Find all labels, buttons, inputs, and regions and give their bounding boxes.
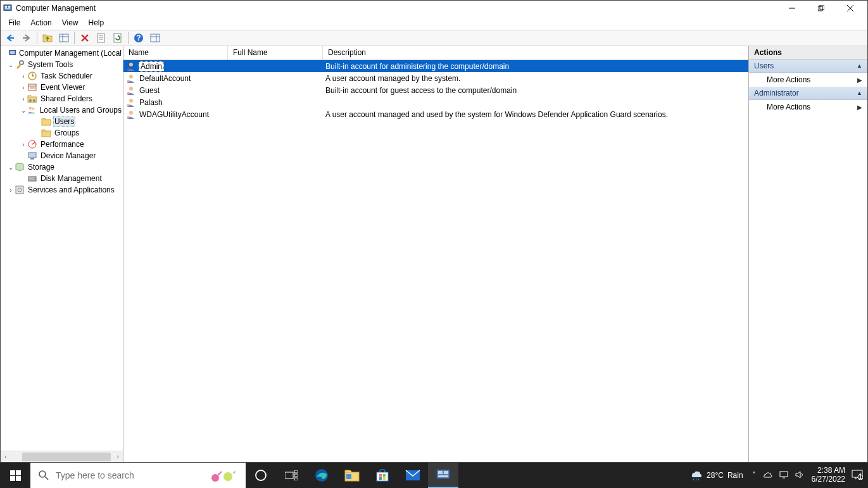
notifications-icon[interactable]: 1 bbox=[852, 470, 863, 482]
user-row[interactable]: AdminBuilt-in account for administering … bbox=[123, 60, 748, 72]
svg-rect-55 bbox=[127, 80, 130, 83]
menu-view[interactable]: View bbox=[57, 17, 84, 28]
edge-icon[interactable] bbox=[306, 463, 337, 488]
user-icon bbox=[126, 109, 136, 120]
user-icon bbox=[126, 73, 136, 84]
user-icon bbox=[126, 61, 136, 72]
up-folder-button[interactable] bbox=[40, 31, 55, 45]
svg-rect-59 bbox=[127, 104, 130, 107]
svg-point-29 bbox=[20, 61, 23, 65]
clock-time: 2:38 AM bbox=[812, 466, 845, 475]
menu-file[interactable]: File bbox=[3, 17, 25, 28]
svg-rect-81 bbox=[383, 474, 386, 477]
taskbar-search[interactable] bbox=[30, 463, 246, 488]
actions-group-users[interactable]: Users▲ bbox=[749, 59, 867, 73]
user-row[interactable]: Palash bbox=[123, 96, 748, 108]
user-row[interactable]: WDAGUtilityAccountA user account managed… bbox=[123, 108, 748, 120]
actions-more-administrator[interactable]: More Actions▶ bbox=[749, 100, 867, 114]
user-icon bbox=[126, 97, 136, 108]
menubar: File Action View Help bbox=[1, 16, 867, 30]
list-pane: Name Full Name Description AdminBuilt-in… bbox=[123, 46, 749, 462]
svg-text:?: ? bbox=[136, 34, 141, 42]
forward-button[interactable] bbox=[19, 31, 34, 45]
user-row[interactable]: GuestBuilt-in account for guest access t… bbox=[123, 84, 748, 96]
taskbar-search-input[interactable] bbox=[56, 470, 204, 480]
event-viewer-icon bbox=[27, 82, 37, 92]
folder-icon bbox=[41, 128, 51, 138]
tree-users[interactable]: Users bbox=[1, 116, 123, 127]
tree-disk-management[interactable]: Disk Management bbox=[1, 173, 123, 184]
tree-groups[interactable]: Groups bbox=[1, 127, 123, 139]
tree-performance[interactable]: ›Performance bbox=[1, 139, 123, 150]
tree-shared-folders[interactable]: ›Shared Folders bbox=[1, 93, 123, 104]
user-row[interactable]: DefaultAccountA user account managed by … bbox=[123, 72, 748, 84]
properties-button[interactable] bbox=[94, 31, 109, 45]
actions-more-users[interactable]: More Actions▶ bbox=[749, 73, 867, 87]
svg-rect-65 bbox=[16, 476, 21, 481]
chevron-right-icon: ▶ bbox=[857, 77, 862, 84]
tree-task-scheduler[interactable]: ›Task Scheduler bbox=[1, 70, 123, 82]
task-view-button[interactable] bbox=[276, 463, 306, 488]
column-name[interactable]: Name bbox=[123, 46, 228, 59]
svg-rect-78 bbox=[346, 474, 351, 479]
maximize-button[interactable] bbox=[807, 1, 836, 16]
weather-temp: 28°C bbox=[707, 471, 724, 480]
file-explorer-icon[interactable] bbox=[337, 463, 367, 488]
column-description[interactable]: Description bbox=[323, 46, 748, 59]
device-manager-icon bbox=[27, 151, 37, 161]
user-name: Guest bbox=[138, 86, 161, 95]
search-icon bbox=[38, 470, 49, 481]
services-apps-icon bbox=[15, 185, 25, 195]
svg-rect-82 bbox=[379, 477, 382, 480]
svg-point-60 bbox=[129, 111, 133, 115]
user-description: A user account managed by the system. bbox=[323, 74, 748, 83]
mail-icon[interactable] bbox=[398, 463, 428, 488]
computer-management-icon bbox=[9, 48, 16, 58]
tree-root[interactable]: Computer Management (Local bbox=[1, 47, 123, 59]
chevron-right-icon: ▶ bbox=[857, 104, 862, 111]
taskbar-weather[interactable]: 28°C Rain bbox=[689, 468, 747, 482]
tree-local-users-groups[interactable]: ⌄Local Users and Groups bbox=[1, 104, 123, 116]
column-full-name[interactable]: Full Name bbox=[228, 46, 323, 59]
refresh-button[interactable] bbox=[110, 31, 125, 45]
window-title: Computer Management bbox=[16, 4, 96, 13]
tray-chevron-icon[interactable]: ˄ bbox=[752, 471, 756, 480]
user-name: DefaultAccount bbox=[138, 74, 192, 83]
svg-rect-63 bbox=[16, 470, 21, 475]
svg-point-70 bbox=[223, 472, 232, 481]
user-name: WDAGUtilityAccount bbox=[138, 110, 210, 119]
tray-onedrive-icon[interactable] bbox=[762, 471, 772, 480]
delete-button[interactable] bbox=[77, 31, 92, 45]
tree-horizontal-scrollbar[interactable]: ‹› bbox=[1, 451, 123, 462]
tray-network-icon[interactable] bbox=[779, 470, 789, 481]
taskbar: 28°C Rain ˄ 2:38 AM 6/27/2022 1 bbox=[0, 463, 868, 488]
svg-rect-50 bbox=[16, 186, 23, 194]
toolbar: ? bbox=[1, 30, 867, 46]
cortana-button[interactable] bbox=[246, 463, 276, 488]
back-button[interactable] bbox=[3, 31, 18, 45]
start-button[interactable] bbox=[0, 463, 30, 488]
tree-device-manager[interactable]: Device Manager bbox=[1, 150, 123, 161]
show-hide-console-button[interactable] bbox=[56, 31, 72, 45]
taskbar-clock[interactable]: 2:38 AM 6/27/2022 bbox=[812, 466, 845, 484]
show-hide-action-pane-button[interactable] bbox=[148, 31, 163, 45]
microsoft-store-icon[interactable] bbox=[367, 463, 398, 488]
tray-volume-icon[interactable] bbox=[795, 470, 805, 481]
svg-rect-74 bbox=[294, 474, 298, 477]
menu-help[interactable]: Help bbox=[84, 17, 110, 28]
actions-group-administrator[interactable]: Administrator▲ bbox=[749, 87, 867, 100]
system-tray[interactable]: ˄ 2:38 AM 6/27/2022 1 bbox=[747, 466, 868, 484]
tree-services-apps[interactable]: ›Services and Applications bbox=[1, 184, 123, 196]
menu-action[interactable]: Action bbox=[25, 17, 56, 28]
user-description: A user account managed and used by the s… bbox=[323, 110, 748, 119]
tree-system-tools[interactable]: ⌄System Tools bbox=[1, 59, 123, 70]
minimize-button[interactable] bbox=[777, 1, 807, 16]
tree-event-viewer[interactable]: ›Event Viewer bbox=[1, 82, 123, 93]
help-button[interactable]: ? bbox=[131, 31, 146, 45]
tree-storage[interactable]: ⌄Storage bbox=[1, 161, 123, 173]
user-name: Admin bbox=[139, 61, 164, 72]
svg-rect-88 bbox=[438, 475, 448, 477]
close-button[interactable] bbox=[836, 1, 865, 16]
computer-management-taskbar-icon[interactable] bbox=[428, 463, 458, 488]
svg-rect-86 bbox=[438, 471, 443, 474]
